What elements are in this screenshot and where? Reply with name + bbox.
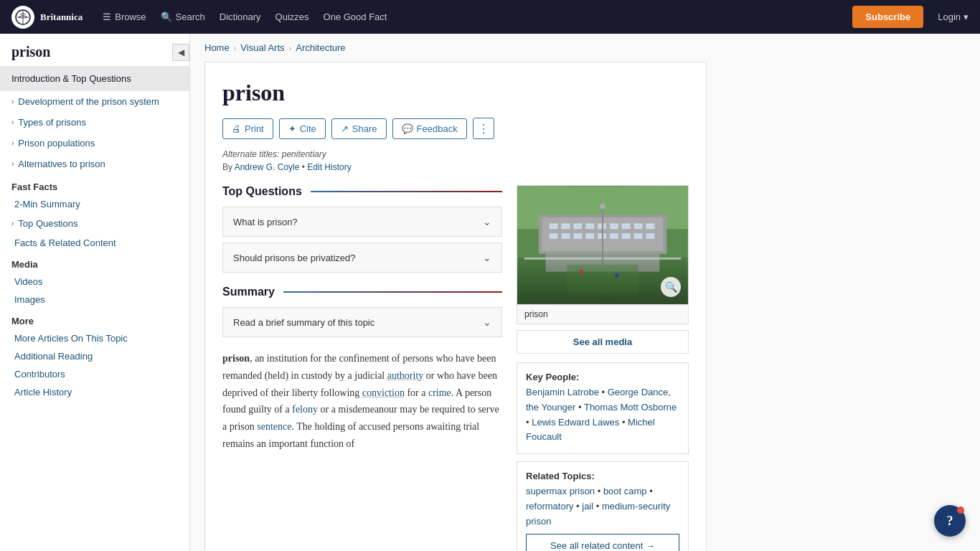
sidebar-item-more-articles[interactable]: More Articles On This Topic xyxy=(0,329,189,347)
nav-dictionary[interactable]: Dictionary xyxy=(220,11,261,22)
login-button[interactable]: Login ▾ xyxy=(938,11,969,22)
accordion-summary: Read a brief summary of this topic ⌄ xyxy=(222,307,502,337)
sidebar-item-videos[interactable]: Videos xyxy=(0,273,189,291)
page-layout: prison ◀ Introduction & Top Questions › … xyxy=(0,34,980,551)
nav-quizzes[interactable]: Quizzes xyxy=(275,11,309,22)
breadcrumb-home[interactable]: Home xyxy=(204,42,230,53)
feedback-button[interactable]: 💬 Feedback xyxy=(392,118,467,139)
svg-rect-9 xyxy=(573,223,582,229)
help-badge xyxy=(957,507,964,514)
sidebar-item-populations[interactable]: › Prison populations xyxy=(0,133,189,154)
media-image-box: 🔍 prison xyxy=(517,185,689,324)
breadcrumb-sep-2: › xyxy=(289,44,292,52)
chevron-down-icon: ⌄ xyxy=(483,252,491,263)
zoom-icon[interactable]: 🔍 xyxy=(661,277,681,297)
chevron-right-icon: › xyxy=(11,160,14,168)
svg-rect-7 xyxy=(550,223,558,229)
sidebar: prison ◀ Introduction & Top Questions › … xyxy=(0,34,190,551)
subscribe-button[interactable]: Subscribe xyxy=(852,6,923,28)
topic-reformatory[interactable]: reformatory xyxy=(526,501,573,512)
svg-rect-25 xyxy=(524,258,681,260)
nav-one-good-fact[interactable]: One Good Fact xyxy=(324,11,387,22)
topic-supermax[interactable]: supermax prison xyxy=(526,486,595,496)
sidebar-item-article-history[interactable]: Article History xyxy=(0,383,189,401)
sidebar-item-facts-related[interactable]: Facts & Related Content xyxy=(0,234,189,252)
sidebar-item-additional-reading[interactable]: Additional Reading xyxy=(0,347,189,365)
link-sentence[interactable]: sentence xyxy=(257,421,291,432)
chevron-down-icon: ⌄ xyxy=(483,316,491,328)
related-topics-box: Related Topics: supermax prison • boot c… xyxy=(517,461,689,551)
section-divider xyxy=(311,191,502,192)
top-navigation: Britannica ☰ Browse 🔍 Search Dictionary … xyxy=(0,0,980,34)
key-people-label: Key People: xyxy=(526,372,579,382)
author-link[interactable]: Andrew G. Coyle xyxy=(235,162,300,172)
sidebar-item-2min-summary[interactable]: 2-Min Summary xyxy=(0,195,189,213)
key-people-box: Key People: Benjamin Latrobe • George Da… xyxy=(517,362,689,454)
accordion-btn-what-is-prison[interactable]: What is prison? ⌄ xyxy=(223,207,501,236)
sidebar-item-alternatives[interactable]: › Alternatives to prison xyxy=(0,154,189,174)
chevron-down-icon: ⌄ xyxy=(483,216,491,227)
accordion-privatized: Should prisons be privatized? ⌄ xyxy=(222,242,502,273)
print-button[interactable]: 🖨 Print xyxy=(222,118,273,139)
topic-jail[interactable]: jail xyxy=(582,501,593,512)
chevron-right-icon: › xyxy=(11,98,14,105)
summary-header: Summary xyxy=(222,286,502,298)
cite-button[interactable]: ✦ Cite xyxy=(279,118,326,139)
link-felony[interactable]: felony xyxy=(292,404,318,415)
sidebar-item-images[interactable]: Images xyxy=(0,291,189,309)
article-sidebar: 🔍 prison See all media Key People: Benja… xyxy=(517,185,689,551)
svg-point-27 xyxy=(600,203,606,209)
main-content: Home › Visual Arts › Architecture prison… xyxy=(190,34,980,551)
chevron-right-icon: › xyxy=(11,220,14,227)
fast-facts-label: Fast Facts xyxy=(0,174,189,195)
browse-menu[interactable]: ☰ Browse xyxy=(103,11,146,22)
hamburger-icon: ☰ xyxy=(103,11,111,22)
svg-rect-19 xyxy=(585,233,594,239)
sidebar-item-top-questions[interactable]: › Top Questions xyxy=(0,213,189,234)
sidebar-item-contributors[interactable]: Contributors xyxy=(0,365,189,383)
topic-boot-camp[interactable]: boot camp xyxy=(603,486,647,496)
print-icon: 🖨 xyxy=(232,123,241,134)
key-people-names: Benjamin Latrobe • George Dance, the You… xyxy=(526,385,679,445)
edit-history-link[interactable]: Edit History xyxy=(307,162,351,172)
sidebar-item-introduction[interactable]: Introduction & Top Questions xyxy=(0,66,189,91)
logo[interactable]: Britannica xyxy=(11,6,83,29)
link-authority[interactable]: authority xyxy=(387,370,424,381)
svg-rect-12 xyxy=(610,223,618,229)
breadcrumb-sep-1: › xyxy=(234,44,237,52)
svg-rect-13 xyxy=(622,223,631,229)
cite-icon: ✦ xyxy=(288,123,296,134)
logo-icon xyxy=(11,6,34,29)
sidebar-collapse-button[interactable]: ◀ xyxy=(172,44,189,61)
prison-image[interactable]: 🔍 xyxy=(517,186,688,304)
see-all-related-link[interactable]: See all related content → xyxy=(526,534,679,551)
breadcrumb-architecture[interactable]: Architecture xyxy=(296,42,345,53)
key-person-osborne[interactable]: Thomas Mott Osborne xyxy=(584,402,677,413)
login-label: Login xyxy=(938,11,961,22)
section-divider xyxy=(283,291,502,293)
svg-rect-28 xyxy=(567,265,638,293)
accordion-btn-privatized[interactable]: Should prisons be privatized? ⌄ xyxy=(223,243,501,272)
key-person-latrobe[interactable]: Benjamin Latrobe xyxy=(526,387,599,397)
sidebar-item-development[interactable]: › Development of the prison system xyxy=(0,91,189,112)
share-button[interactable]: ↗ Share xyxy=(331,118,387,139)
search-button[interactable]: 🔍 Search xyxy=(161,11,205,22)
more-options-button[interactable]: ⋮ xyxy=(473,118,494,139)
key-person-lawes[interactable]: Lewis Edward Lawes xyxy=(532,417,619,428)
breadcrumb-visual-arts[interactable]: Visual Arts xyxy=(240,42,284,53)
logo-text: Britannica xyxy=(40,11,83,23)
search-icon: 🔍 xyxy=(161,11,172,22)
accordion-btn-summary[interactable]: Read a brief summary of this topic ⌄ xyxy=(223,308,501,336)
sidebar-title: prison xyxy=(0,34,169,66)
svg-rect-24 xyxy=(646,233,654,239)
svg-rect-20 xyxy=(598,233,606,239)
link-crime[interactable]: crime xyxy=(428,387,451,398)
svg-rect-23 xyxy=(634,233,643,239)
alt-title: Alternate titles: penitentiary xyxy=(222,149,689,159)
link-conviction[interactable]: conviction xyxy=(362,387,405,398)
browse-label: Browse xyxy=(115,11,146,22)
sidebar-item-types[interactable]: › Types of prisons xyxy=(0,112,189,133)
see-all-media-link[interactable]: See all media xyxy=(517,330,689,354)
help-button[interactable]: ? xyxy=(934,505,966,537)
svg-rect-15 xyxy=(646,223,654,229)
